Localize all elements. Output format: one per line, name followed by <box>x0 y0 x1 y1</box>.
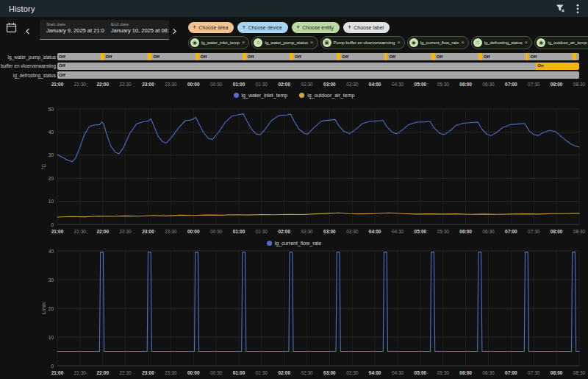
start-date-field[interactable]: Start date January 9, 2025 at 21:00 <box>40 20 104 39</box>
start-date-label: Start date <box>46 22 104 27</box>
chart-plot-lg_water_inlet_temp[interactable]: 01020304050°C <box>0 103 588 228</box>
entity-chip-row: lg_water_inlet_templg_water_pump_statusP… <box>188 36 588 49</box>
time-tick-label: 01:00 <box>226 370 251 375</box>
filter-chip-choose-entity[interactable]: Choose entity <box>292 22 340 33</box>
time-tick-label: 04:00 <box>362 82 387 87</box>
timeline-segment[interactable]: Off <box>340 53 384 60</box>
timeline-segment[interactable]: Off <box>57 63 536 70</box>
timeline-segment[interactable]: Off <box>293 53 337 60</box>
end-date-field[interactable]: End date January 10, 2025 at 08:30 <box>104 20 169 39</box>
end-date-value: January 10, 2025 at 08:30 <box>111 27 169 35</box>
entity-chip-label: lg_outdoor_air_temp <box>548 40 587 45</box>
svg-text:10: 10 <box>49 335 54 340</box>
time-tick-label: 05:00 <box>408 82 433 87</box>
calendar-icon[interactable] <box>6 22 17 33</box>
eye-icon <box>537 38 545 47</box>
page-title: History <box>9 4 35 13</box>
timeline-segment[interactable]: Off <box>151 53 195 60</box>
entity-chip[interactable]: lg_current_flow_rate <box>407 36 469 49</box>
timeline-bar[interactable]: OffOffOffOffOffOffOffOffOffOffOff <box>57 53 579 60</box>
time-tick-label: 00:30 <box>204 229 229 234</box>
entity-chip[interactable]: lg_defrosting_status <box>471 36 532 49</box>
time-tick-label: 07:00 <box>498 82 523 87</box>
filter-chip-row: Choose areaChoose deviceChoose entityCho… <box>188 22 390 33</box>
svg-text:0: 0 <box>51 222 54 227</box>
filter-remove-icon[interactable] <box>556 4 565 13</box>
time-tick-label: 05:30 <box>431 229 456 234</box>
start-date-value: January 9, 2025 at 21:00 <box>46 27 104 35</box>
timeline-state-label: Off <box>295 54 301 59</box>
timeline-segment[interactable]: On <box>536 63 579 70</box>
timeline-segment[interactable]: Off <box>528 53 572 60</box>
time-tick-label: 01:30 <box>249 82 274 87</box>
svg-text:40: 40 <box>49 249 54 254</box>
time-tick-label: 07:30 <box>521 82 546 87</box>
time-tick-label: 05:30 <box>431 82 456 87</box>
close-icon[interactable] <box>461 37 465 49</box>
entity-chip[interactable]: lg_water_inlet_temp <box>188 36 249 49</box>
timeline-segment[interactable]: Off <box>387 53 431 60</box>
chart-plot-lg_current_flow_rate[interactable]: 010203040L/min <box>0 238 588 370</box>
time-tick-label: 22:00 <box>90 370 115 375</box>
timeline-bar[interactable]: Off <box>57 71 579 79</box>
timeline-segment[interactable]: Off <box>246 53 290 60</box>
close-icon[interactable] <box>242 37 245 49</box>
timeline-state-label: Off <box>530 54 537 59</box>
timeline-state-label: Off <box>106 54 112 59</box>
timeline-segment[interactable]: Off <box>482 53 526 60</box>
timeline-state-label: Off <box>342 54 348 59</box>
time-tick-label: 23:30 <box>158 370 183 375</box>
chevron-left-icon[interactable] <box>25 24 30 38</box>
entity-chip-label: lg_current_flow_rate <box>420 40 459 45</box>
time-tick-label: 23:00 <box>135 229 160 234</box>
filter-chip-choose-area[interactable]: Choose area <box>188 22 234 33</box>
time-tick-label: 01:00 <box>226 82 251 87</box>
end-date-label: End date <box>111 22 169 27</box>
timeline-segment[interactable] <box>576 53 579 60</box>
time-tick-label: 21:30 <box>68 82 93 87</box>
time-tick-label: 00:00 <box>181 229 206 234</box>
time-tick-label: 21:00 <box>45 229 70 234</box>
entity-chip[interactable]: lg_outdoor_air_temp <box>534 36 588 49</box>
close-icon[interactable] <box>310 37 314 49</box>
timeline-bar[interactable]: OffOn <box>57 63 579 70</box>
time-tick-label: 06:00 <box>453 370 478 375</box>
filter-chip-label: Choose label <box>354 25 384 30</box>
time-tick-label: 04:30 <box>385 229 410 234</box>
eye-icon <box>409 38 418 47</box>
time-tick-label: 21:00 <box>45 370 70 375</box>
filter-chip-choose-device[interactable]: Choose device <box>237 22 288 33</box>
time-tick-label: 08:00 <box>544 82 569 87</box>
entity-chip[interactable]: lg_water_pump_status <box>251 36 318 49</box>
time-tick-label: 08:00 <box>544 370 569 375</box>
legend-label: lg_water_inlet_temp <box>242 93 288 98</box>
time-tick-label: 00:30 <box>204 370 229 375</box>
time-tick-label: 07:30 <box>521 229 546 234</box>
timeline-state-label: Off <box>484 54 490 59</box>
close-icon[interactable] <box>525 37 528 49</box>
chevron-right-icon[interactable] <box>172 24 177 38</box>
timeline-segment[interactable]: Off <box>57 53 101 60</box>
timeline-state-label: On <box>537 63 543 68</box>
time-tick-label: 23:30 <box>158 82 183 87</box>
entity-chip-label: lg_water_pump_status <box>265 40 307 45</box>
timeline-state-label: Off <box>59 73 65 77</box>
kebab-menu-icon[interactable] <box>576 4 579 14</box>
close-icon[interactable] <box>397 37 401 49</box>
timeline-segment[interactable]: Off <box>435 53 478 60</box>
filter-chip-choose-label[interactable]: Choose label <box>343 22 390 33</box>
timeline-segment[interactable]: Off <box>57 71 579 79</box>
svg-text:L/min: L/min <box>41 302 46 314</box>
legend-label: lg_outdoor_air_temp <box>307 93 354 98</box>
time-tick-label: 02:30 <box>295 229 320 234</box>
legend-item-lg_water_inlet_temp[interactable]: lg_water_inlet_temp <box>234 93 288 98</box>
entity-chip[interactable]: Pomp buffer en vloerverwarming <box>320 36 405 49</box>
legend-item-lg_outdoor_air_temp[interactable]: lg_outdoor_air_temp <box>299 93 354 98</box>
timeline-segment[interactable]: Off <box>199 53 243 60</box>
time-tick-label: 22:30 <box>113 370 138 375</box>
timeline-segment[interactable]: Off <box>104 53 148 60</box>
time-tick-label: 21:30 <box>68 370 93 375</box>
time-tick-label: 04:00 <box>362 229 387 234</box>
plus-icon <box>296 22 300 33</box>
time-tick-label: 00:30 <box>204 82 229 87</box>
